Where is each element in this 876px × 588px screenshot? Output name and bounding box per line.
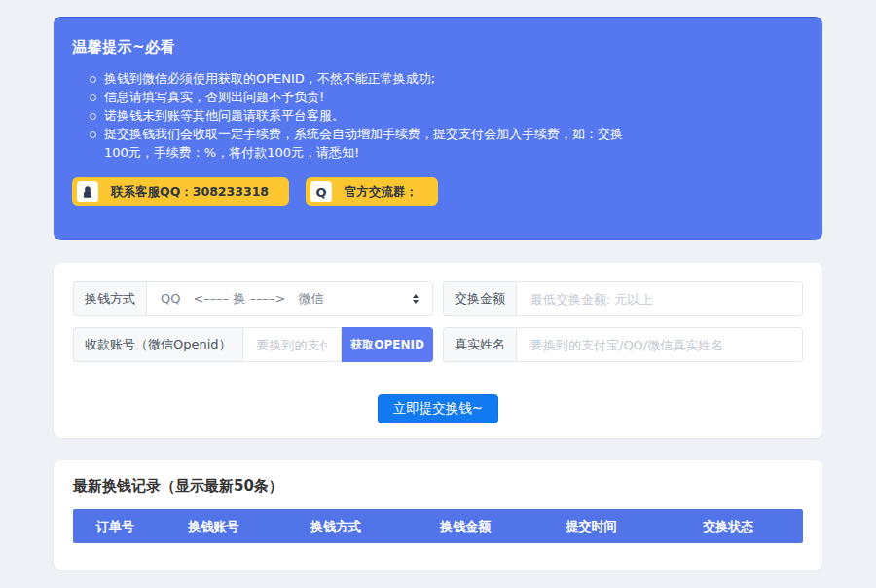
exchange-amount-input[interactable]	[516, 281, 803, 316]
contact-support-qq-button[interactable]: 联系客服QQ：308233318	[72, 177, 289, 206]
receive-account-group: 收款账号（微信Openid） 获取OPENID	[73, 327, 433, 362]
exchange-form: 换钱方式 QQ <–––– 换 ––––> 微信 交换金额 收款账号（微信Ope…	[73, 281, 803, 362]
column-header-order-id: 订单号	[73, 518, 157, 535]
submit-row: 立即提交换钱~	[73, 394, 803, 423]
notice-buttons: 联系客服QQ：308233318 Q 官方交流群：	[72, 177, 804, 206]
records-card: 最新换钱记录（显示最新50条） 订单号 换钱账号 换钱方式 换钱金额 提交时间 …	[54, 460, 822, 570]
column-header-status: 交换状态	[653, 518, 803, 535]
official-group-label: 官方交流群：	[345, 184, 418, 201]
column-header-method: 换钱方式	[271, 518, 402, 535]
contact-support-qq-label: 联系客服QQ：308233318	[111, 184, 269, 201]
column-header-account: 换钱账号	[157, 518, 270, 535]
column-header-submit-time: 提交时间	[529, 518, 654, 535]
qq-penguin-icon	[77, 181, 98, 202]
exchange-method-value: QQ <–––– 换 ––––> 微信	[161, 290, 413, 308]
get-openid-button[interactable]: 获取OPENID	[342, 327, 433, 362]
exchange-method-select[interactable]: QQ <–––– 换 ––––> 微信	[146, 281, 433, 316]
column-header-amount: 换钱金额	[402, 518, 529, 535]
records-table-header: 订单号 换钱账号 换钱方式 换钱金额 提交时间 交换状态	[73, 509, 803, 543]
real-name-input[interactable]	[516, 327, 803, 362]
qq-group-icon: Q	[310, 181, 332, 202]
exchange-method-label: 换钱方式	[73, 281, 146, 316]
select-arrows-icon	[413, 294, 419, 304]
notice-item: 提交换钱我们会收取一定手续费，系统会自动增加手续费，提交支付会加入手续费，如：交…	[90, 125, 635, 162]
official-group-button[interactable]: Q 官方交流群：	[306, 177, 438, 206]
notice-list: 换钱到微信必须使用获取的OPENID，不然不能正常换成功; 信息请填写真实，否则…	[72, 69, 804, 162]
notice-item: 诺换钱未到账等其他问题请联系平台客服。	[90, 106, 635, 125]
receive-account-label: 收款账号（微信Openid）	[73, 327, 242, 362]
exchange-method-group: 换钱方式 QQ <–––– 换 ––––> 微信	[73, 281, 433, 316]
notice-item: 换钱到微信必须使用获取的OPENID，不然不能正常换成功;	[90, 69, 635, 88]
real-name-label: 真实姓名	[443, 327, 516, 362]
submit-exchange-button[interactable]: 立即提交换钱~	[378, 394, 498, 423]
receive-account-input[interactable]	[242, 327, 343, 362]
exchange-amount-group: 交换金额	[443, 281, 803, 316]
notice-title: 温馨提示~必看	[72, 38, 804, 56]
exchange-form-card: 换钱方式 QQ <–––– 换 ––––> 微信 交换金额 收款账号（微信Ope…	[54, 263, 822, 438]
page: 温馨提示~必看 换钱到微信必须使用获取的OPENID，不然不能正常换成功; 信息…	[54, 17, 822, 570]
notice-item: 信息请填写真实，否则出问题不予负责!	[90, 88, 635, 106]
exchange-amount-label: 交换金额	[443, 281, 516, 316]
records-title: 最新换钱记录（显示最新50条）	[73, 477, 803, 496]
real-name-group: 真实姓名	[443, 327, 803, 362]
notice-panel: 温馨提示~必看 换钱到微信必须使用获取的OPENID，不然不能正常换成功; 信息…	[54, 17, 822, 240]
